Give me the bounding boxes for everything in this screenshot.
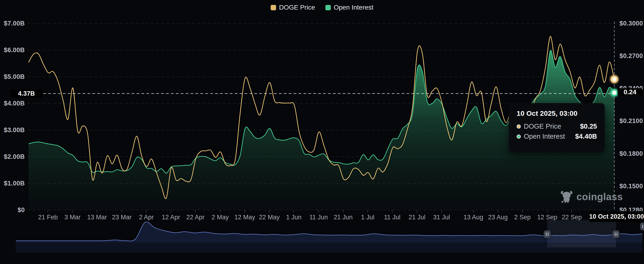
x-axis-label: 13 Aug: [464, 214, 483, 221]
open-interest-dot-icon: [516, 134, 521, 139]
left-axis-label: $3.00B: [0, 126, 25, 134]
tooltip-value: $0.25: [580, 122, 597, 130]
tooltip-row: DOGE Price $0.25: [516, 122, 597, 130]
left-axis-label: $4.00B: [0, 100, 25, 107]
left-axis-label: $7.00B: [0, 20, 25, 27]
doge-price-dot-icon: [516, 124, 521, 128]
hover-tooltip: 10 Oct 2025, 03:00 DOGE Price $0.25 Open…: [509, 103, 605, 152]
left-axis-label: $6.00B: [0, 46, 25, 54]
x-axis-label: 12 May: [234, 214, 255, 221]
x-axis-label: 22 Apr: [186, 214, 204, 221]
left-axis-label: $5.00B: [0, 73, 25, 80]
x-axis-label: 13 Mar: [87, 214, 107, 221]
right-axis-label: $0.3000: [620, 20, 643, 27]
doge-price-swatch-icon: [271, 5, 276, 10]
x-axis-label: 1 Jul: [361, 214, 374, 221]
x-axis-label: 3 Mar: [64, 214, 81, 221]
crosshair-oi-readout: 4.37B: [10, 90, 42, 98]
x-axis-label: 23 Aug: [488, 214, 508, 221]
x-axis-label: 2 Sep: [514, 214, 531, 221]
coinglass-bull-icon: [560, 190, 573, 204]
doge-open-interest-chart: DOGE Price Open Interest $7.00B$6.00B$5.…: [0, 0, 644, 264]
left-axis-label: $0: [0, 206, 25, 214]
right-axis-label: $0.2700: [620, 52, 643, 60]
tooltip-value: $4.40B: [575, 132, 597, 140]
x-axis-label: 21 Jul: [408, 214, 426, 221]
x-axis-label: 22 Sep: [562, 214, 582, 221]
navigator-edge-handle[interactable]: [640, 222, 644, 230]
coinglass-watermark: coinglass: [560, 190, 623, 204]
legend-item-open-interest[interactable]: Open Interest: [326, 4, 374, 11]
x-axis-label: 22 May: [259, 214, 280, 221]
crosshair-price-readout: 0.24: [618, 88, 642, 96]
navigator-right-handle[interactable]: [612, 230, 620, 238]
x-axis-label: 23 Mar: [112, 214, 132, 221]
x-axis-label: 1 Jun: [286, 214, 302, 221]
x-axis-label: 11 Jun: [309, 214, 328, 221]
chart-legend: DOGE Price Open Interest: [0, 4, 644, 11]
legend-label: DOGE Price: [279, 4, 315, 11]
right-axis-label: $0.1800: [620, 150, 643, 157]
x-axis-label: 2 May: [212, 214, 229, 221]
x-axis-label: 12 Sep: [537, 214, 557, 221]
left-axis-label: $1.00B: [0, 180, 25, 187]
legend-label: Open Interest: [334, 4, 374, 11]
tooltip-label: DOGE Price: [524, 122, 561, 130]
navigator-left-handle[interactable]: [544, 230, 551, 238]
watermark-text: coinglass: [576, 191, 623, 202]
tooltip-label: Open Interest: [524, 132, 565, 140]
x-axis-label: 11 Jul: [384, 214, 400, 221]
right-axis-label: $0.2100: [620, 118, 643, 124]
x-axis-label: 31 Jul: [433, 214, 450, 221]
right-axis-label: $0.1500: [620, 183, 643, 190]
x-axis-label: 2 Apr: [139, 214, 154, 221]
legend-item-doge-price[interactable]: DOGE Price: [271, 4, 315, 11]
x-axis-label: 12 Apr: [162, 214, 180, 221]
tooltip-date: 10 Oct 2025, 03:00: [516, 110, 597, 118]
tooltip-row: Open Interest $4.40B: [516, 132, 597, 140]
left-axis-label: $2.00B: [0, 153, 25, 160]
open-interest-swatch-icon: [326, 5, 331, 10]
x-axis-label: 21 Feb: [38, 214, 58, 221]
x-axis-label: 21 Jun: [334, 214, 352, 221]
crosshair-date-readout: 10 Oct 2025, 03:00: [589, 211, 644, 222]
